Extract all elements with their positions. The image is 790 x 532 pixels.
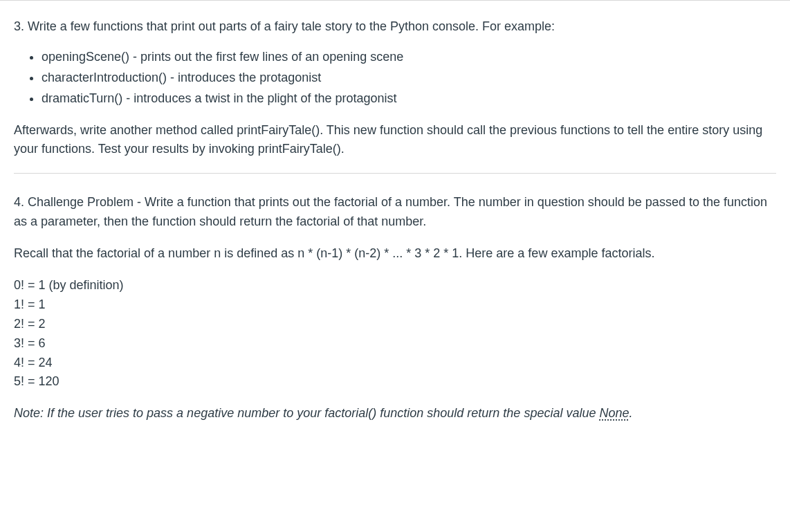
factorial-example-line: 5! = 120 (14, 372, 776, 392)
factorial-example-line: 1! = 1 (14, 295, 776, 315)
q3-bullet-item: openingScene() - prints out the first fe… (42, 48, 776, 67)
q3-bullet-item: dramaticTurn() - introduces a twist in t… (42, 89, 776, 109)
q3-bullet-item: characterIntroduction() - introduces the… (42, 68, 776, 88)
factorial-example-line: 4! = 24 (14, 354, 776, 373)
note-suffix: . (629, 406, 632, 420)
q4-intro: 4. Challenge Problem - Write a function … (14, 193, 776, 232)
note-none-keyword: None (599, 406, 629, 420)
note-prefix: Note: If the user tries to pass a negati… (14, 406, 599, 420)
factorial-example-line: 2! = 2 (14, 315, 776, 334)
factorial-example-line: 0! = 1 (by definition) (14, 276, 776, 295)
q3-intro: 3. Write a few functions that print out … (14, 17, 776, 37)
q3-bullet-list: openingScene() - prints out the first fe… (14, 48, 776, 109)
q4-note: Note: If the user tries to pass a negati… (14, 404, 776, 423)
factorial-examples: 0! = 1 (by definition) 1! = 1 2! = 2 3! … (14, 276, 776, 392)
q3-followup: Afterwards, write another method called … (14, 121, 776, 160)
q4-recall: Recall that the factorial of a number n … (14, 244, 776, 264)
factorial-example-line: 3! = 6 (14, 334, 776, 354)
document-container: 3. Write a few functions that print out … (0, 1, 790, 444)
question-4-block: 4. Challenge Problem - Write a function … (14, 174, 776, 430)
question-3-block: 3. Write a few functions that print out … (14, 1, 776, 173)
